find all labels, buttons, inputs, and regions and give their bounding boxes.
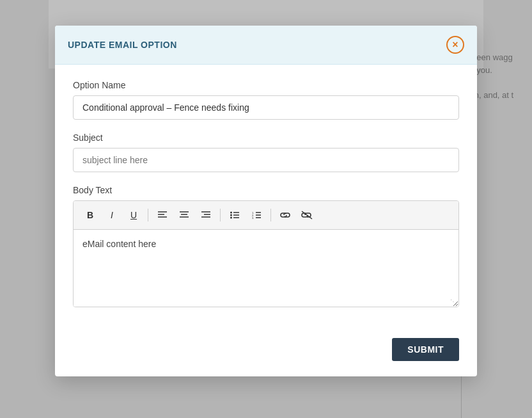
option-name-label: Option Name bbox=[73, 80, 459, 90]
svg-point-9 bbox=[230, 212, 232, 214]
option-name-input[interactable] bbox=[73, 95, 459, 120]
ordered-list-button[interactable]: 1.2.3. bbox=[247, 206, 265, 224]
option-name-field-group: Option Name bbox=[73, 80, 459, 120]
body-text-field-group: Body Text B I U bbox=[73, 185, 459, 307]
body-text-input[interactable]: eMail content here bbox=[74, 230, 458, 307]
body-text-label: Body Text bbox=[73, 185, 459, 195]
bold-button[interactable]: B bbox=[81, 206, 99, 224]
unordered-list-button[interactable] bbox=[226, 206, 244, 224]
align-left-button[interactable] bbox=[153, 206, 171, 224]
subject-label: Subject bbox=[73, 133, 459, 143]
subject-field-group: Subject bbox=[73, 133, 459, 172]
rich-text-editor: B I U bbox=[73, 200, 459, 307]
modal-header: UPDATE EMAIL OPTION × bbox=[55, 26, 477, 65]
modal-title: UPDATE EMAIL OPTION bbox=[68, 40, 177, 50]
toolbar-separator-1 bbox=[148, 209, 148, 221]
align-center-button[interactable] bbox=[175, 206, 193, 224]
submit-button[interactable]: SUBMIT bbox=[392, 338, 459, 361]
svg-point-13 bbox=[230, 217, 232, 219]
resize-handle: ⋱ bbox=[450, 298, 457, 305]
modal-body: Option Name Subject Body Text B I U bbox=[55, 65, 477, 338]
svg-text:3.: 3. bbox=[252, 216, 254, 219]
toolbar-separator-3 bbox=[270, 209, 271, 221]
align-right-button[interactable] bbox=[197, 206, 215, 224]
modal-footer: SUBMIT bbox=[55, 338, 477, 376]
editor-area: eMail content here ⋱ bbox=[74, 230, 458, 307]
subject-input[interactable] bbox=[73, 148, 459, 172]
insert-link-button[interactable] bbox=[276, 206, 294, 224]
italic-button[interactable]: I bbox=[103, 206, 121, 224]
remove-link-button[interactable] bbox=[298, 206, 316, 224]
editor-toolbar: B I U bbox=[74, 201, 458, 230]
underline-button[interactable]: U bbox=[125, 206, 143, 224]
modal-overlay: UPDATE EMAIL OPTION × Option Name Subjec… bbox=[0, 0, 532, 418]
update-email-modal: UPDATE EMAIL OPTION × Option Name Subjec… bbox=[55, 26, 477, 376]
toolbar-separator-2 bbox=[220, 209, 221, 221]
close-button[interactable]: × bbox=[446, 36, 464, 54]
svg-point-11 bbox=[230, 214, 232, 216]
